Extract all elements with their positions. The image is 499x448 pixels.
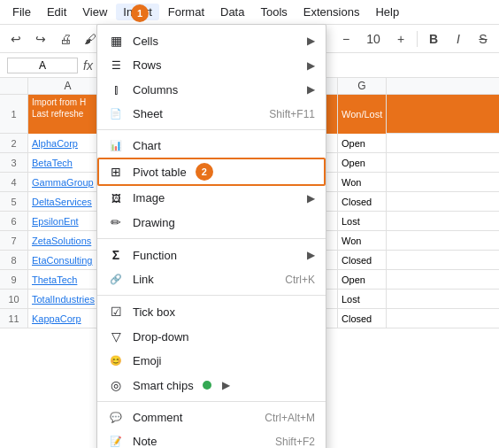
- tickbox-icon: ☑: [108, 305, 124, 319]
- fx-icon: fx: [83, 58, 93, 73]
- cells-icon: ▦: [108, 34, 124, 48]
- menu-function-item[interactable]: Σ Function ▶: [97, 243, 326, 267]
- menu-rows-item[interactable]: ☰ Rows ▶: [97, 53, 326, 77]
- menu-sep-3: [97, 295, 326, 296]
- status-won-4[interactable]: Won: [338, 173, 387, 192]
- menu-format[interactable]: Format: [161, 4, 211, 20]
- note-icon: 📝: [108, 436, 124, 447]
- menu-note-item[interactable]: 📝 Note Shift+F2: [97, 429, 326, 448]
- row-num-4: 4: [0, 173, 27, 192]
- italic-button[interactable]: I: [448, 28, 469, 50]
- row-num-5: 5: [0, 192, 27, 212]
- function-label: Function: [133, 249, 177, 262]
- header-wonlost[interactable]: Won/Lost: [338, 95, 387, 134]
- function-icon: Σ: [108, 248, 124, 262]
- status-open-2[interactable]: Open: [338, 134, 387, 153]
- menu-bar: File Edit View Insert Format Data Tools …: [0, 0, 499, 25]
- status-closed-5[interactable]: Closed: [338, 192, 387, 212]
- row-num-8: 8: [0, 251, 27, 270]
- status-won-7[interactable]: Won: [338, 231, 387, 251]
- columns-arrow: ▶: [307, 83, 315, 96]
- menu-tools[interactable]: Tools: [253, 4, 294, 20]
- bold-button[interactable]: B: [423, 28, 444, 50]
- image-arrow: ▶: [307, 192, 315, 205]
- status-open-3[interactable]: Open: [338, 153, 387, 173]
- menu-drawing-item[interactable]: ✏ Drawing: [97, 210, 326, 235]
- function-arrow: ▶: [307, 249, 315, 261]
- image-label: Image: [133, 191, 165, 205]
- smartchips-arrow: ▶: [222, 379, 230, 391]
- menu-file[interactable]: File: [5, 4, 38, 20]
- menu-edit[interactable]: Edit: [40, 4, 73, 20]
- row-num-9: 9: [0, 270, 27, 290]
- columns-icon: ⫿: [108, 82, 124, 97]
- cells-arrow: ▶: [307, 35, 315, 47]
- chart-icon: 📊: [108, 140, 124, 151]
- status-lost-6[interactable]: Lost: [338, 212, 387, 231]
- name-box[interactable]: [7, 58, 78, 73]
- row-num-2: 2: [0, 134, 27, 153]
- menu-sheet-item[interactable]: 📄 Sheet Shift+F11: [97, 102, 326, 126]
- sheet-shortcut: Shift+F11: [269, 108, 315, 120]
- status-closed-8[interactable]: Closed: [338, 251, 387, 270]
- row-num-6: 6: [0, 212, 27, 231]
- pivot-badge: 2: [196, 163, 213, 181]
- font-size[interactable]: 10: [360, 28, 387, 50]
- rows-label: Rows: [133, 58, 162, 72]
- link-icon: 🔗: [108, 274, 124, 285]
- menu-cells-item[interactable]: ▦ Cells ▶: [97, 28, 326, 53]
- menu-view[interactable]: View: [75, 4, 114, 20]
- redo-button[interactable]: ↪: [30, 28, 51, 50]
- row-num-3: 3: [0, 153, 27, 173]
- row-num-10: 10: [0, 290, 27, 309]
- menu-sep-1: [97, 129, 326, 130]
- smartchips-label: Smart chips: [133, 379, 194, 392]
- cells-label: Cells: [133, 35, 158, 48]
- chart-label: Chart: [133, 139, 161, 152]
- menu-data[interactable]: Data: [213, 4, 251, 20]
- strikethrough-button[interactable]: S: [472, 28, 494, 50]
- menu-sep-4: [97, 401, 326, 402]
- columns-label: Columns: [133, 83, 178, 97]
- menu-pivot-item[interactable]: ⊞ Pivot table 2: [97, 158, 326, 186]
- dropdown-label: Drop-down: [133, 330, 189, 344]
- minus-button[interactable]: −: [335, 28, 357, 50]
- status-open-9[interactable]: Open: [338, 270, 387, 290]
- plus-button[interactable]: +: [390, 28, 411, 50]
- menu-help[interactable]: Help: [368, 4, 406, 20]
- image-icon: 🖼: [108, 193, 124, 204]
- emoji-label: Emoji: [133, 354, 162, 367]
- row-numbers: 1 2 3 4 5 6 7 8 9 10 11: [0, 95, 28, 328]
- drawing-label: Drawing: [133, 216, 175, 229]
- insert-dropdown-menu: ▦ Cells ▶ ☰ Rows ▶ ⫿ Columns ▶ 📄 Sheet S…: [96, 24, 326, 448]
- link-shortcut: Ctrl+K: [285, 274, 315, 286]
- menu-tickbox-item[interactable]: ☑ Tick box: [97, 299, 326, 324]
- rows-icon: ☰: [108, 59, 124, 72]
- menu-insert[interactable]: Insert: [116, 4, 159, 20]
- status-lost-10[interactable]: Lost: [338, 290, 387, 309]
- row-num-7: 7: [0, 231, 27, 251]
- menu-link-item[interactable]: 🔗 Link Ctrl+K: [97, 267, 326, 291]
- undo-button[interactable]: ↩: [5, 28, 27, 50]
- row-num-11: 11: [0, 309, 27, 328]
- menu-comment-item[interactable]: 💬 Comment Ctrl+Alt+M: [97, 406, 326, 429]
- emoji-icon: 😊: [108, 355, 124, 367]
- toolbar-separator-3: [417, 31, 418, 47]
- menu-emoji-item[interactable]: 😊 Emoji: [97, 349, 326, 373]
- status-closed-11[interactable]: Closed: [338, 309, 387, 328]
- col-header-g[interactable]: G: [338, 78, 387, 94]
- print-button[interactable]: 🖨: [55, 28, 76, 50]
- pivot-label: Pivot table: [133, 166, 187, 179]
- dropdown-icon: ▽: [108, 329, 124, 344]
- menu-image-item[interactable]: 🖼 Image ▶: [97, 186, 326, 210]
- menu-dropdown-item[interactable]: ▽ Drop-down: [97, 324, 326, 349]
- menu-columns-item[interactable]: ⫿ Columns ▶: [97, 77, 326, 102]
- rows-arrow: ▶: [307, 59, 315, 72]
- menu-extensions[interactable]: Extensions: [296, 4, 367, 20]
- menu-smartchips-item[interactable]: ◎ Smart chips ▶: [97, 373, 326, 398]
- menu-chart-item[interactable]: 📊 Chart: [97, 134, 326, 158]
- comment-label: Comment: [133, 411, 182, 424]
- drawing-icon: ✏: [108, 215, 124, 229]
- note-label: Note: [133, 435, 157, 448]
- row-num-1: 1: [0, 95, 27, 134]
